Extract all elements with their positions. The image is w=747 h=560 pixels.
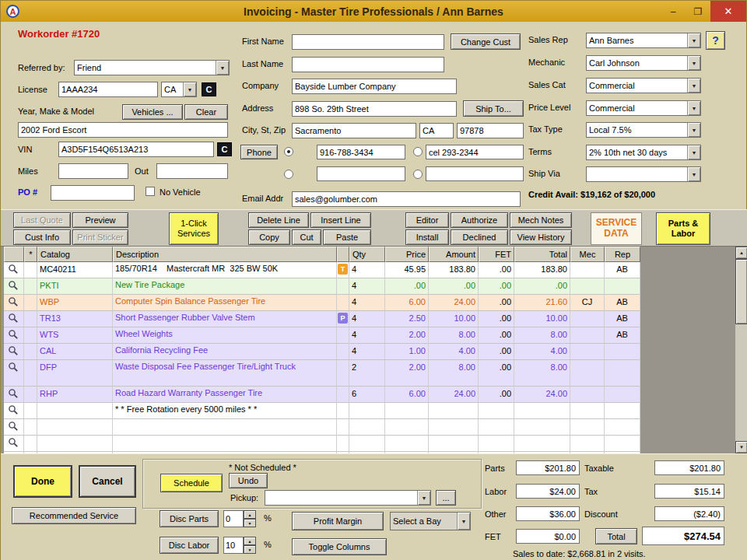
qty-cell[interactable] xyxy=(349,436,385,452)
license-input[interactable] xyxy=(58,82,158,97)
close-button[interactable]: ✕ xyxy=(710,1,746,22)
catalog-cell[interactable]: WTS xyxy=(37,327,113,344)
rep-cell[interactable] xyxy=(605,436,640,452)
fet-cell[interactable]: .00 xyxy=(479,311,514,327)
catalog-cell[interactable] xyxy=(37,436,113,452)
description-cell[interactable]: Computer Spin Balance Passenger Tire xyxy=(113,295,337,311)
catalog-cell[interactable]: RHP xyxy=(37,387,113,403)
qty-cell[interactable]: 4 xyxy=(349,278,385,295)
amount-cell[interactable]: 8.00 xyxy=(429,327,479,344)
price-cell[interactable]: 2.00 xyxy=(385,327,429,344)
chevron-down-icon[interactable]: ▼ xyxy=(687,79,700,93)
price-level-select[interactable]: Commercial▼ xyxy=(586,100,701,116)
one-click-services-button[interactable]: 1-Click Services xyxy=(169,212,219,245)
amount-cell[interactable]: 10.00 xyxy=(429,311,479,327)
catalog-cell[interactable]: WBP xyxy=(37,295,113,311)
delete-line-button[interactable]: Delete Line xyxy=(248,212,309,228)
rep-cell[interactable]: AB xyxy=(605,262,640,278)
catalog-cell[interactable]: MC40211 xyxy=(37,262,113,278)
po-input[interactable] xyxy=(51,185,135,201)
table-row[interactable] xyxy=(4,419,640,436)
total-cell[interactable]: 4.00 xyxy=(514,344,570,360)
toggle-columns-button[interactable]: Toggle Columns xyxy=(292,538,387,555)
address-input[interactable] xyxy=(292,101,457,117)
description-cell[interactable]: Wheel Weights xyxy=(113,327,337,344)
fet-cell[interactable]: .00 xyxy=(479,387,514,403)
chevron-down-icon[interactable]: ▼ xyxy=(183,82,196,96)
rep-cell[interactable]: AB xyxy=(605,311,640,327)
price-cell[interactable]: 45.95 xyxy=(385,262,429,278)
row-magnifier-icon[interactable] xyxy=(4,436,24,452)
scrollbar-thumb[interactable] xyxy=(735,259,747,324)
fet-cell[interactable]: .00 xyxy=(479,262,514,278)
total-cell[interactable]: 21.60 xyxy=(514,295,570,311)
install-button[interactable]: Install xyxy=(405,229,449,245)
description-cell[interactable] xyxy=(113,419,337,436)
fet-cell[interactable] xyxy=(479,436,514,452)
total-button[interactable]: Total xyxy=(595,528,637,544)
spin-up-icon[interactable]: ▲ xyxy=(244,510,256,519)
rep-cell[interactable]: AB xyxy=(605,295,640,311)
first-name-input[interactable] xyxy=(292,34,444,50)
mec-cell[interactable] xyxy=(570,344,605,360)
rep-cell[interactable]: AB xyxy=(605,327,640,344)
phone4-input[interactable] xyxy=(426,166,524,181)
clear-button[interactable]: Clear xyxy=(184,104,228,120)
pickup-more-button[interactable]: ... xyxy=(436,490,456,506)
declined-button[interactable]: Declined xyxy=(451,229,508,245)
tax-type-select[interactable]: Local 7.5%▼ xyxy=(586,122,701,138)
table-row[interactable]: RHP Road Hazard Warranty Passenger Tire … xyxy=(4,387,640,403)
preview-button[interactable]: Preview xyxy=(72,212,128,228)
insert-line-button[interactable]: Insert Line xyxy=(310,212,371,228)
pickup-select[interactable]: ▼ xyxy=(265,490,431,506)
authorize-button[interactable]: Authorize xyxy=(451,212,508,228)
carfax-button[interactable]: C xyxy=(202,82,216,96)
description-cell[interactable]: 185/70R14 Mastercraft MR 325 BW 50K xyxy=(113,262,337,278)
maximize-button[interactable]: ❐ xyxy=(686,1,710,22)
done-button[interactable]: Done xyxy=(13,465,72,498)
mec-cell[interactable] xyxy=(570,419,605,436)
phone3-radio[interactable] xyxy=(284,170,293,179)
phone2-radio[interactable] xyxy=(413,147,423,156)
amount-cell[interactable] xyxy=(429,419,479,436)
mech-notes-button[interactable]: Mech Notes xyxy=(510,212,572,228)
row-magnifier-icon[interactable] xyxy=(4,387,24,403)
disc-labor-spinner[interactable]: 10 ▲▼ xyxy=(223,537,256,554)
last-name-input[interactable] xyxy=(292,57,444,72)
phone2-input[interactable] xyxy=(426,145,524,159)
amount-cell[interactable]: 24.00 xyxy=(429,387,479,403)
city-input[interactable] xyxy=(292,123,416,138)
help-button[interactable]: ? xyxy=(706,31,725,50)
price-cell[interactable]: 6.00 xyxy=(385,387,429,403)
mec-cell[interactable] xyxy=(570,262,605,278)
rep-cell[interactable] xyxy=(605,403,640,419)
select-bay-select[interactable]: Select a Bay▼ xyxy=(390,512,471,530)
total-cell[interactable] xyxy=(514,436,570,452)
phone-button[interactable]: Phone xyxy=(240,145,278,159)
table-row[interactable] xyxy=(4,436,640,452)
chevron-down-icon[interactable]: ▼ xyxy=(457,513,470,530)
spin-down-icon[interactable]: ▼ xyxy=(244,519,256,527)
spin-down-icon[interactable]: ▼ xyxy=(244,545,256,554)
total-cell[interactable] xyxy=(514,419,570,436)
scroll-up-icon[interactable]: ▲ xyxy=(735,247,747,259)
mec-cell[interactable] xyxy=(570,387,605,403)
description-cell[interactable]: Short Passenger Rubber Valve Stem xyxy=(113,311,337,327)
phone1-radio[interactable] xyxy=(284,147,293,156)
recommended-service-button[interactable]: Recommended Service xyxy=(12,507,136,524)
chevron-down-icon[interactable]: ▼ xyxy=(687,145,700,159)
terms-select[interactable]: 2% 10th net 30 days▼ xyxy=(586,145,701,160)
fet-cell[interactable]: .00 xyxy=(479,360,514,387)
editor-button[interactable]: Editor xyxy=(405,212,449,228)
sales-rep-select[interactable]: Ann Barnes▼ xyxy=(586,33,701,48)
carfax-vin-button[interactable]: C xyxy=(217,142,232,156)
catalog-cell[interactable]: CAL xyxy=(37,344,113,360)
amount-cell[interactable]: 183.80 xyxy=(429,262,479,278)
amount-cell[interactable]: 24.00 xyxy=(429,295,479,311)
row-magnifier-icon[interactable] xyxy=(4,344,24,360)
qty-cell[interactable]: 6 xyxy=(349,387,385,403)
catalog-cell[interactable]: DFP xyxy=(37,360,113,387)
price-cell[interactable]: 2.50 xyxy=(385,311,429,327)
grid-scrollbar[interactable]: ▲ ▼ xyxy=(735,247,747,453)
disc-parts-spinner[interactable]: 0 ▲▼ xyxy=(223,510,256,527)
